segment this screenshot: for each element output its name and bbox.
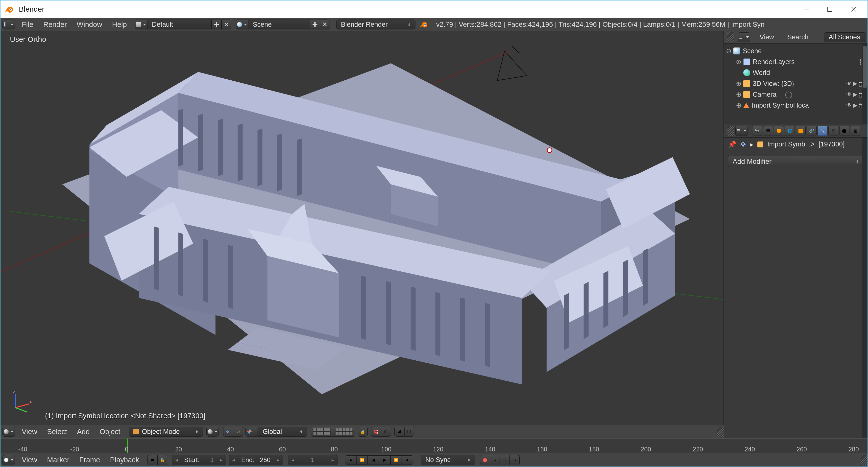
opengl-render-image[interactable]: 🖼 <box>395 427 404 437</box>
svg-marker-39 <box>257 129 262 186</box>
info-editor-type-selector[interactable]: ℹ <box>2 20 15 29</box>
frame-start-field[interactable]: ◂Start: 1▸ <box>172 455 226 465</box>
timeline-menu-frame[interactable]: Frame <box>74 456 105 464</box>
view3d-editor-type-selector[interactable] <box>2 427 15 437</box>
tab-render[interactable]: 📷 <box>752 126 762 136</box>
svg-marker-56 <box>643 249 648 306</box>
outliner-display-dropdown[interactable]: All Scenes <box>824 32 866 42</box>
window-maximize-button[interactable] <box>818 2 842 16</box>
opengl-render-anim[interactable]: 🎞 <box>404 427 414 437</box>
delete-keyframes-button[interactable]: 🗝 <box>510 455 520 465</box>
viewport-3d[interactable]: User Ortho (1) Import Symbol location <N… <box>0 31 724 425</box>
menu-render[interactable]: Render <box>38 21 72 29</box>
jump-to-start-button[interactable]: ⏮ <box>345 455 356 465</box>
layout-name-field[interactable]: Default <box>147 20 212 29</box>
layout-delete-button[interactable]: ✕ <box>221 20 231 29</box>
outliner-tree[interactable]: ⊖Scene ⊕RenderLayers┊ ▫ World ⊕3D View: … <box>724 43 868 124</box>
svg-marker-37 <box>218 119 223 177</box>
tree-row-world[interactable]: World <box>726 67 866 78</box>
menu-select[interactable]: Select <box>42 428 72 436</box>
outliner-scrollbar[interactable] <box>862 43 868 124</box>
keyframe-prev-button[interactable]: ⏪ <box>356 455 368 465</box>
tab-world[interactable]: 🌐 <box>785 126 795 136</box>
tree-row-scene[interactable]: ⊖Scene <box>726 45 866 56</box>
outliner-menu-search[interactable]: Search <box>781 33 814 41</box>
manipulate-center-toggle[interactable]: ⊙ <box>233 427 243 437</box>
sync-dropdown[interactable]: No Sync▲▼ <box>421 455 475 465</box>
mode-dropdown[interactable]: Object Mode ▲▼ <box>129 427 203 437</box>
lock-camera-toggle[interactable]: 🔒 <box>358 427 368 437</box>
keyframe-next-button[interactable]: ⏩ <box>391 455 402 465</box>
timeline-tick: 0 <box>125 446 128 453</box>
layers-left[interactable] <box>311 427 355 437</box>
window-frame: Blender ℹ File Render Window Help Defaul… <box>0 0 868 467</box>
tab-modifiers[interactable]: 🔧 <box>817 126 828 136</box>
pin-icon[interactable]: 📌 <box>728 141 736 148</box>
properties-scrollbar[interactable] <box>862 137 868 438</box>
pivot-point-dropdown[interactable]: ✥ <box>223 427 233 437</box>
outliner-menu-view[interactable]: View <box>754 33 780 41</box>
menu-object[interactable]: Object <box>95 428 125 436</box>
tab-constraints[interactable]: 🔗 <box>807 126 816 136</box>
area-corner-grip[interactable] <box>727 32 734 42</box>
add-modifier-dropdown[interactable]: Add Modifier ▲▼ <box>728 156 864 167</box>
render-engine-dropdown[interactable]: Blender Render ▲▼ <box>336 20 415 29</box>
tree-row-camera[interactable]: ⊕Camera┊ ◯👁 ▶ 📷 <box>726 89 866 100</box>
timeline-editor-type-selector[interactable]: 🕑 <box>2 455 15 465</box>
menu-view[interactable]: View <box>17 428 42 436</box>
scene-link-icon[interactable]: ✥ <box>740 141 746 148</box>
frame-current-field[interactable]: ◂1▸ <box>288 455 338 465</box>
window-close-button[interactable] <box>842 2 866 16</box>
tab-data[interactable]: ▽ <box>829 126 838 136</box>
tab-scene[interactable]: 🟠 <box>774 126 784 136</box>
menu-file[interactable]: File <box>17 21 38 29</box>
snap-element-dropdown[interactable]: ⊡ <box>381 427 391 437</box>
world-icon <box>743 69 750 76</box>
svg-marker-35 <box>178 109 183 167</box>
svg-marker-44 <box>203 239 208 303</box>
tab-object[interactable]: 🟧 <box>796 126 806 136</box>
timeline-menu-marker[interactable]: Marker <box>42 456 74 464</box>
lock-time-toggle[interactable]: 🔒 <box>157 455 167 465</box>
svg-rect-4 <box>828 7 832 11</box>
scene-add-button[interactable]: ✚ <box>310 20 320 29</box>
menu-window[interactable]: Window <box>72 21 107 29</box>
jump-to-end-button[interactable]: ⏭ <box>402 455 413 465</box>
timeline-menu-playback[interactable]: Playback <box>105 456 144 464</box>
mesh-icon <box>743 103 749 108</box>
scene-browse-button[interactable] <box>236 20 248 29</box>
svg-point-2 <box>10 9 11 10</box>
tree-row-import[interactable]: ⊕Import Symbol loca👁 ▶ 📷 <box>726 100 866 111</box>
tree-row-renderlayers[interactable]: ⊕RenderLayers┊ ▫ <box>726 56 866 67</box>
scene-name-field[interactable]: Scene <box>248 20 310 29</box>
tab-renderlayers[interactable]: 🖼 <box>763 126 773 136</box>
area-corner-grip[interactable] <box>727 126 734 136</box>
timeline-menu-view[interactable]: View <box>17 456 42 464</box>
insert-keyframes-button[interactable]: 🗝 <box>500 455 510 465</box>
outliner-editor-type-selector[interactable]: ☰ <box>738 32 750 42</box>
area-corner-grip[interactable] <box>861 455 868 465</box>
timeline-ruler[interactable]: -40-200204060801001201401601802002202402… <box>0 438 868 453</box>
menu-add[interactable]: Add <box>72 428 95 436</box>
manipulator-toggle[interactable] <box>245 427 258 437</box>
layout-browse-button[interactable] <box>135 20 147 29</box>
svg-marker-55 <box>623 260 628 317</box>
scene-delete-button[interactable]: ✕ <box>320 20 330 29</box>
menu-help[interactable]: Help <box>107 21 132 29</box>
play-button[interactable]: ▶ <box>379 455 391 465</box>
keying-set-dropdown[interactable]: 🗝 <box>490 455 500 465</box>
area-corner-grip[interactable] <box>717 427 724 437</box>
orientation-dropdown[interactable]: Global▲▼ <box>258 427 307 437</box>
window-minimize-button[interactable] <box>794 2 818 16</box>
play-reverse-button[interactable]: ◀ <box>368 455 379 465</box>
tree-row-view3d[interactable]: ⊕3D View: {3D}👁 ▶ 📷 <box>726 78 866 89</box>
properties-editor-type-selector[interactable]: ☰ <box>735 126 748 136</box>
auto-keyframe-toggle[interactable]: ⏺ <box>148 455 157 465</box>
tab-texture[interactable]: ▦ <box>850 126 860 136</box>
frame-end-field[interactable]: ◂End: 250▸ <box>229 455 283 465</box>
tab-material[interactable]: ⬤ <box>839 126 849 136</box>
snap-toggle[interactable]: 🧲 <box>371 427 381 437</box>
shading-dropdown[interactable] <box>206 427 219 437</box>
layout-add-button[interactable]: ✚ <box>212 20 221 29</box>
autokey-toggle[interactable]: ⬤ <box>480 455 490 465</box>
